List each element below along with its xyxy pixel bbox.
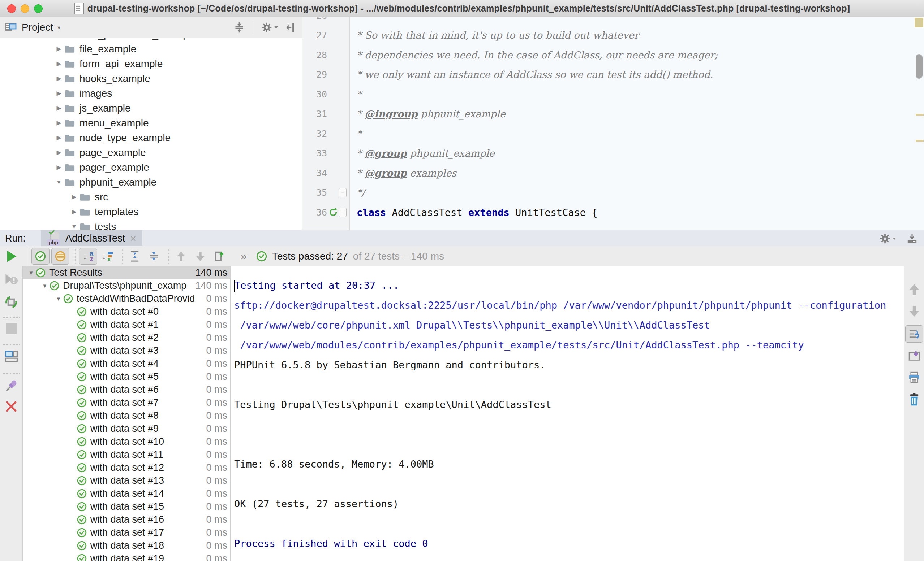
test-results-tree[interactable]: ▼ Test Results 140 ms ▼ Drupal\Tests\php…	[23, 266, 231, 561]
rerun-failed-tests-button[interactable]	[4, 272, 18, 286]
chevron-icon[interactable]: ▶	[54, 104, 64, 112]
project-tree-item[interactable]: ▶ src	[0, 190, 302, 204]
test-case-row[interactable]: with data set #14 0 ms	[23, 487, 230, 500]
sort-by-duration-toggle[interactable]: ↓	[99, 248, 116, 264]
test-case-row[interactable]: with data set #3 0 ms	[23, 344, 230, 357]
fold-marker-icon[interactable]: −	[339, 188, 346, 197]
code-editor[interactable]: 2627* So with that in mind, it's up to u…	[303, 17, 924, 230]
import-test-results-button[interactable]	[211, 248, 228, 264]
rerun-button[interactable]	[6, 250, 17, 263]
chevron-icon[interactable]: ▶	[54, 134, 64, 142]
editor-line[interactable]: 30*	[303, 84, 915, 104]
more-actions-icon[interactable]: »	[241, 250, 247, 262]
project-panel-title[interactable]: Project	[22, 22, 53, 33]
project-tree-item[interactable]: ▶ hooks_example	[0, 71, 302, 86]
chevron-icon[interactable]: ▶	[54, 45, 64, 53]
close-window-button[interactable]	[7, 4, 16, 13]
editor-line[interactable]: 32*	[303, 124, 915, 144]
collapse-all-icon[interactable]	[234, 22, 244, 33]
project-tree-item[interactable]: ▶ node_type_example	[0, 130, 302, 145]
run-test-gutter-icon[interactable]	[328, 207, 339, 218]
next-failed-test-button[interactable]	[192, 248, 209, 264]
previous-failed-test-button[interactable]	[172, 248, 190, 264]
test-case-row[interactable]: with data set #9 0 ms	[23, 422, 230, 435]
pin-tab-button[interactable]	[4, 379, 18, 393]
inspection-status-marker[interactable]	[915, 18, 923, 27]
project-tree-item[interactable]: ▼ phpunit_example	[0, 175, 302, 190]
soft-wrap-toggle[interactable]	[905, 325, 923, 343]
warning-stripe-mark[interactable]	[916, 114, 924, 116]
test-case-row[interactable]: with data set #11 0 ms	[23, 448, 230, 461]
test-case-row[interactable]: with data set #8 0 ms	[23, 409, 230, 422]
chevron-icon[interactable]: ▶	[54, 60, 64, 67]
fold-marker-icon[interactable]: −	[339, 208, 346, 217]
project-tree-item[interactable]: ▶ form_api_example	[0, 56, 302, 71]
expand-all-button[interactable]	[126, 248, 144, 264]
chevron-icon[interactable]: ▶	[69, 193, 80, 201]
test-case-row[interactable]: with data set #0 0 ms	[23, 305, 230, 318]
project-settings-button[interactable]	[261, 22, 278, 33]
test-case-row[interactable]: with data set #10 0 ms	[23, 435, 230, 448]
clear-console-button[interactable]	[908, 393, 920, 406]
project-tree-item[interactable]: ▶ js_example	[0, 101, 302, 115]
hide-panel-icon[interactable]	[286, 22, 297, 33]
close-tab-icon[interactable]: ×	[130, 233, 136, 244]
test-case-row[interactable]: with data set #13 0 ms	[23, 474, 230, 487]
test-case-row[interactable]: with data set #15 0 ms	[23, 500, 230, 513]
chevron-icon[interactable]: ▶	[54, 75, 64, 82]
editor-line[interactable]: 29* we only want an instance of AddClass…	[303, 65, 915, 85]
project-tree-item[interactable]: ▶ field_permission_example	[0, 38, 302, 42]
test-case-row[interactable]: with data set #1 0 ms	[23, 318, 230, 331]
chevron-icon[interactable]: ▼	[69, 223, 80, 230]
chevron-icon[interactable]: ▼	[40, 283, 50, 289]
toggle-auto-test-button[interactable]	[4, 295, 18, 310]
editor-scrollbar-thumb[interactable]	[916, 54, 922, 79]
test-case-row[interactable]: with data set #5 0 ms	[23, 370, 230, 383]
editor-line[interactable]: 26	[303, 17, 915, 25]
editor-line[interactable]: 27* So with that in mind, it's up to us …	[303, 25, 915, 45]
test-case-row[interactable]: with data set #4 0 ms	[23, 357, 230, 370]
minimize-window-button[interactable]	[21, 4, 29, 13]
chevron-icon[interactable]: ▶	[54, 119, 64, 127]
run-settings-button[interactable]	[879, 233, 897, 244]
editor-line[interactable]: 35−*/	[303, 183, 915, 203]
editor-line[interactable]: 34* @group examples	[303, 163, 915, 183]
test-case-row[interactable]: with data set #12 0 ms	[23, 461, 230, 474]
project-tool-icon[interactable]	[4, 22, 16, 33]
scroll-down-button[interactable]	[909, 305, 920, 317]
project-view-dropdown-caret[interactable]: ▾	[57, 24, 60, 31]
chevron-icon[interactable]: ▼	[26, 270, 36, 276]
project-tree-item[interactable]: ▶ templates	[0, 204, 302, 219]
chevron-icon[interactable]: ▶	[54, 163, 64, 171]
test-case-row[interactable]: with data set #18 0 ms	[23, 539, 230, 552]
editor-line[interactable]: 31* @ingroup phpunit_example	[303, 104, 915, 124]
project-tree-item[interactable]: ▶ images	[0, 86, 302, 101]
zoom-window-button[interactable]	[34, 4, 43, 13]
chevron-icon[interactable]: ▶	[54, 149, 64, 156]
test-case-row[interactable]: with data set #19 0 ms	[23, 552, 230, 561]
test-case-row[interactable]: with data set #2 0 ms	[23, 331, 230, 344]
run-configuration-tab[interactable]: php AddClassTest ×	[41, 230, 142, 247]
editor-line[interactable]: 28* dependencies we need. In the case of…	[303, 45, 915, 65]
test-case-row[interactable]: with data set #6 0 ms	[23, 383, 230, 396]
warning-stripe-mark[interactable]	[916, 140, 924, 142]
close-tool-window-button[interactable]	[5, 400, 17, 413]
stop-process-button[interactable]	[6, 323, 16, 334]
print-button[interactable]	[908, 371, 920, 383]
project-tree-item[interactable]: ▶ page_example	[0, 145, 302, 160]
test-method-row[interactable]: ▼ testAddWithBadDataProvid 0 ms	[23, 292, 230, 305]
chevron-icon[interactable]: ▶	[69, 208, 80, 215]
test-case-row[interactable]: with data set #17 0 ms	[23, 526, 230, 539]
sort-alphabetically-toggle[interactable]: ↓az	[79, 248, 97, 265]
project-tree-item[interactable]: ▶ pager_example	[0, 160, 302, 175]
editor-line[interactable]: 33* @group phpunit_example	[303, 144, 915, 163]
test-results-root-row[interactable]: ▼ Test Results 140 ms	[23, 266, 230, 279]
test-case-row[interactable]: with data set #7 0 ms	[23, 396, 230, 409]
show-ignored-toggle[interactable]	[51, 248, 69, 265]
chevron-icon[interactable]: ▶	[54, 90, 64, 97]
project-tree-item[interactable]: ▼ tests	[0, 219, 302, 230]
run-console[interactable]: Testing started at 20:37 ...sftp://docke…	[231, 266, 904, 561]
editor-line[interactable]: 36 −class AddClassTest extends UnitTestC…	[303, 202, 915, 222]
chevron-icon[interactable]: ▼	[54, 296, 63, 302]
restore-layout-button[interactable]	[4, 350, 18, 363]
